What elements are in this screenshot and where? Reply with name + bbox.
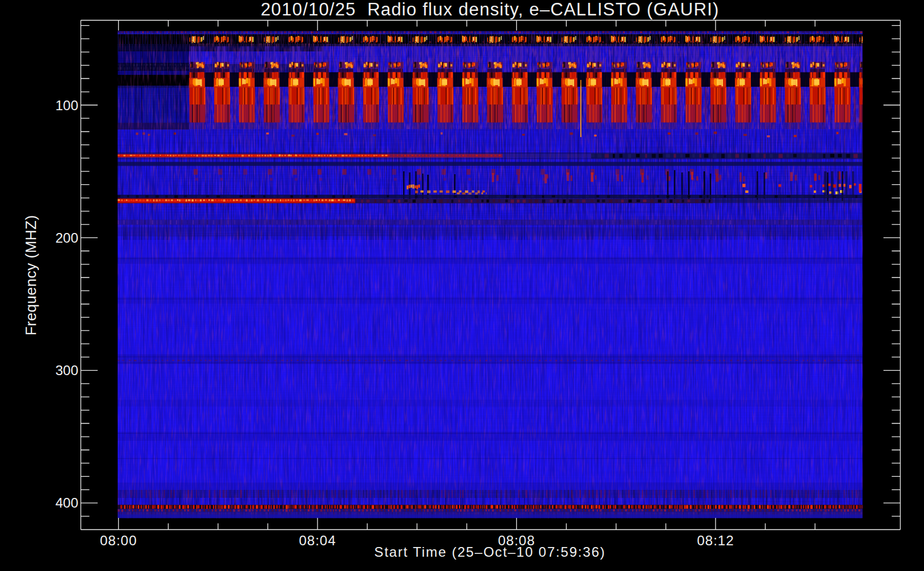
svg-text:08:04: 08:04 <box>299 533 336 548</box>
svg-text:300: 300 <box>55 363 78 378</box>
svg-text:2010/10/25 Radio flux density: 2010/10/25 Radio flux density, e–CALLIST… <box>260 0 719 19</box>
svg-text:200: 200 <box>55 230 78 246</box>
svg-text:Start Time (25–Oct–10 07:59:36: Start Time (25–Oct–10 07:59:36) <box>374 544 605 560</box>
svg-text:400: 400 <box>55 495 78 510</box>
svg-text:08:12: 08:12 <box>697 533 734 548</box>
svg-text:100: 100 <box>55 98 78 113</box>
svg-text:Frequency (MHZ): Frequency (MHZ) <box>22 215 39 335</box>
svg-text:08:00: 08:00 <box>100 533 137 548</box>
